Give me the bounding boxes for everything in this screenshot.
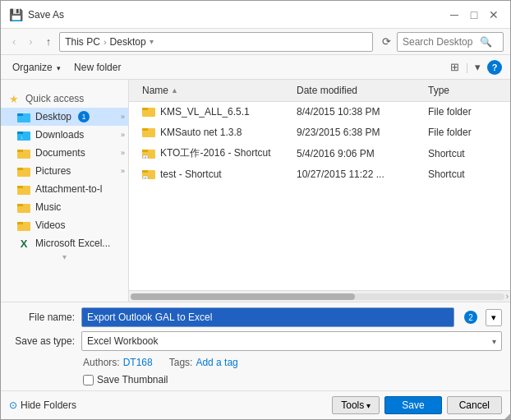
svg-marker-12 (17, 186, 23, 188)
sidebar-item-downloads[interactable]: ↓ Downloads » (1, 126, 128, 144)
resize-handle[interactable]: ◢ (501, 410, 511, 420)
hscroll-track[interactable] (131, 293, 504, 300)
folder-docs-icon (17, 146, 30, 159)
navigation-toolbar: ‹ › ↑ This PC › Desktop ▾ ⟳ 🔍 (1, 29, 510, 55)
col-header-name[interactable]: Name ▲ (136, 83, 290, 98)
filename-dropdown-button[interactable]: ▾ (486, 309, 502, 326)
address-expand-arrow[interactable]: ▾ (150, 37, 154, 46)
maximize-button[interactable]: □ (466, 7, 482, 23)
forward-button[interactable]: › (24, 33, 37, 50)
desktop-badge: 1 (78, 111, 90, 122)
file-column-headers: Name ▲ Date modified Type (129, 80, 510, 102)
view-dropdown-button[interactable]: ▾ (472, 60, 484, 74)
thumbnail-label: Save Thumbnail (97, 374, 168, 385)
table-row[interactable]: ↗ KTO工作-2016 - Shortcut 5/4/2016 9:06 PM… (129, 143, 510, 164)
docs-expand: » (121, 149, 125, 157)
col-header-date[interactable]: Date modified (290, 83, 421, 98)
tags-item: Tags: Add a tag (169, 357, 238, 368)
tools-button[interactable]: Tools ▾ (332, 396, 380, 414)
search-input[interactable] (403, 36, 476, 48)
authors-value[interactable]: DT168 (123, 357, 153, 368)
pictures-expand: » (121, 167, 125, 175)
col-header-type[interactable]: Type (421, 83, 504, 98)
search-box[interactable]: 🔍 (397, 32, 504, 52)
minimize-button[interactable]: ─ (446, 7, 463, 23)
folder-icon (142, 126, 155, 139)
breadcrumb-desktop[interactable]: Desktop (110, 36, 146, 48)
breadcrumb-separator: › (104, 37, 107, 47)
sidebar-item-music[interactable]: Music (1, 198, 128, 216)
new-folder-button[interactable]: New folder (71, 60, 124, 75)
thumbnail-row: Save Thumbnail (9, 372, 502, 385)
help-button[interactable]: ? (487, 60, 502, 75)
file-list: KMS_VL_ALL_6.5.1 8/4/2015 10:38 PM File … (129, 102, 510, 290)
close-button[interactable]: ✕ (486, 7, 502, 23)
filetype-dropdown-arrow: ▾ (492, 337, 496, 346)
filename-row: File name: 2 ▾ (9, 307, 502, 327)
address-bar: This PC › Desktop ▾ (59, 32, 373, 52)
downloads-expand: » (121, 131, 125, 139)
thumbnail-checkbox-wrapper[interactable]: Save Thumbnail (83, 374, 168, 385)
tags-label: Tags: (169, 357, 193, 368)
refresh-button[interactable]: ⟳ (380, 35, 394, 48)
sidebar-item-excel[interactable]: X Microsoft Excel... (1, 234, 128, 252)
main-area: ★ Quick access Desktop 1 » (1, 80, 510, 302)
window-title: Save As (28, 9, 64, 21)
svg-text:↓: ↓ (21, 134, 24, 140)
folder-music-icon (17, 201, 30, 214)
folder-video-icon (17, 219, 30, 232)
hide-folders-icon: ⊙ (9, 399, 17, 411)
table-row[interactable]: KMS_VL_ALL_6.5.1 8/4/2015 10:38 PM File … (129, 102, 510, 122)
svg-marker-14 (17, 204, 23, 206)
folder-downloads-icon: ↓ (17, 128, 30, 141)
shortcut-folder-icon: ↗ (142, 147, 155, 160)
hscroll-thumb[interactable] (131, 293, 355, 300)
window-icon: 💾 (9, 8, 23, 21)
thumbnail-checkbox[interactable] (83, 375, 94, 385)
hscroll-right-arrow[interactable]: › (506, 292, 509, 301)
sort-arrow-name: ▲ (171, 86, 178, 95)
desktop-expand: » (121, 113, 125, 121)
view-toggle-button[interactable]: ⊞ (447, 60, 463, 74)
sidebar: ★ Quick access Desktop 1 » (1, 80, 129, 302)
cancel-button[interactable]: Cancel (447, 396, 502, 414)
svg-marker-16 (17, 222, 23, 224)
authors-label: Authors: (83, 357, 120, 368)
filename-label: File name: (9, 312, 75, 323)
save-button[interactable]: Save (384, 396, 441, 414)
table-row[interactable]: ↗ test - Shortcut 10/27/2015 11:22 ... S… (129, 164, 510, 185)
table-row[interactable]: KMSauto net 1.3.8 9/23/2015 6:38 PM File… (129, 122, 510, 143)
filename-input[interactable] (81, 307, 454, 327)
hide-folders-button[interactable]: Hide Folders (21, 399, 76, 411)
filetype-row: Save as type: Excel Workbook ▾ (9, 331, 502, 351)
shortcut-folder-icon: ↗ (142, 168, 155, 181)
sidebar-item-attachment[interactable]: Attachment-to-l (1, 180, 128, 198)
up-button[interactable]: ↑ (41, 33, 57, 50)
horizontal-scrollbar[interactable]: › (129, 290, 510, 302)
footer-bar: ⊙ Hide Folders Tools ▾ Save Cancel (1, 390, 510, 419)
svg-marker-26 (142, 170, 148, 173)
back-button[interactable]: ‹ (7, 33, 21, 50)
tags-value[interactable]: Add a tag (196, 357, 237, 368)
sidebar-item-desktop[interactable]: Desktop 1 » (1, 108, 128, 126)
breadcrumb-this-pc[interactable]: This PC (65, 36, 100, 48)
sidebar-item-quick-access[interactable]: ★ Quick access (1, 90, 128, 108)
star-icon: ★ (7, 92, 21, 105)
svg-text:↗: ↗ (144, 177, 146, 180)
svg-marker-3 (17, 113, 23, 116)
sidebar-item-videos[interactable]: Videos (1, 216, 128, 234)
filename-badge: 2 (464, 311, 477, 324)
organize-button[interactable]: Organize ▾ (9, 60, 64, 75)
organize-dropdown-arrow: ▾ (57, 64, 61, 72)
filetype-label: Save as type: (9, 335, 75, 347)
sidebar-item-documents[interactable]: Documents » (1, 144, 128, 162)
filetype-select[interactable]: Excel Workbook ▾ (81, 331, 502, 351)
svg-marker-18 (142, 108, 148, 110)
title-bar: 💾 Save As ─ □ ✕ (1, 1, 510, 29)
svg-marker-8 (17, 150, 23, 152)
action-bar: Organize ▾ New folder ⊞ | ▾ ? (1, 55, 510, 80)
svg-text:↗: ↗ (144, 155, 146, 159)
authors-item: Authors: DT168 (83, 357, 153, 368)
tools-dropdown-arrow: ▾ (366, 401, 371, 410)
sidebar-item-pictures[interactable]: Pictures » (1, 162, 128, 180)
